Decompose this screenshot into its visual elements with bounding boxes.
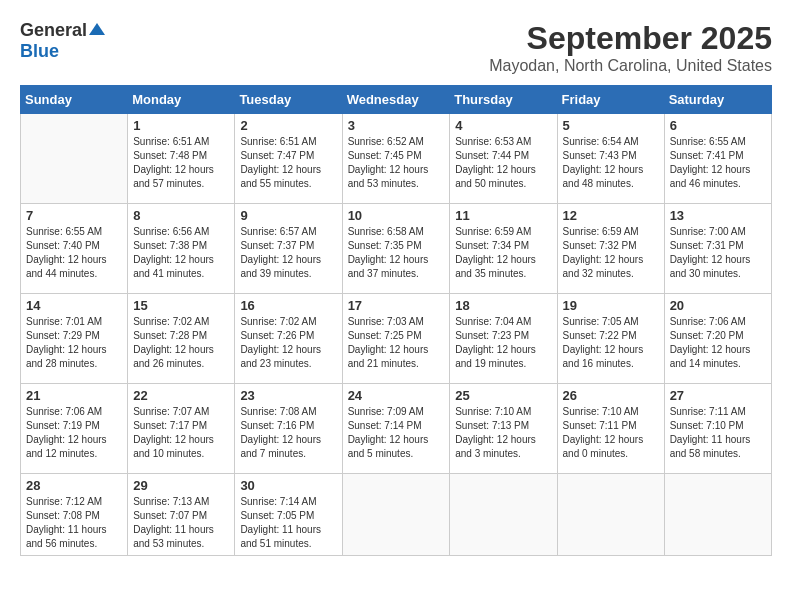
day-number: 20 bbox=[670, 298, 766, 313]
cell-line: and 12 minutes. bbox=[26, 447, 122, 461]
cell-line: Sunrise: 7:07 AM bbox=[133, 405, 229, 419]
cell-line: Daylight: 12 hours bbox=[670, 343, 766, 357]
cell-line: and 21 minutes. bbox=[348, 357, 445, 371]
cell-line: Sunrise: 7:10 AM bbox=[455, 405, 551, 419]
cell-line: Daylight: 12 hours bbox=[670, 163, 766, 177]
cell-line: Sunset: 7:35 PM bbox=[348, 239, 445, 253]
cell-line: Sunset: 7:34 PM bbox=[455, 239, 551, 253]
day-number: 3 bbox=[348, 118, 445, 133]
day-number: 11 bbox=[455, 208, 551, 223]
cell-line: Daylight: 12 hours bbox=[26, 433, 122, 447]
cell-content: Sunrise: 7:09 AMSunset: 7:14 PMDaylight:… bbox=[348, 405, 445, 461]
cell-line: Sunset: 7:13 PM bbox=[455, 419, 551, 433]
cell-line: and 51 minutes. bbox=[240, 537, 336, 551]
cell-line: and 48 minutes. bbox=[563, 177, 659, 191]
cell-line: Sunrise: 6:56 AM bbox=[133, 225, 229, 239]
day-number: 7 bbox=[26, 208, 122, 223]
calendar-cell: 18Sunrise: 7:04 AMSunset: 7:23 PMDayligh… bbox=[450, 294, 557, 384]
calendar-cell: 7Sunrise: 6:55 AMSunset: 7:40 PMDaylight… bbox=[21, 204, 128, 294]
cell-content: Sunrise: 7:11 AMSunset: 7:10 PMDaylight:… bbox=[670, 405, 766, 461]
title-area: September 2025 Mayodan, North Carolina, … bbox=[489, 20, 772, 75]
cell-line: Sunrise: 7:09 AM bbox=[348, 405, 445, 419]
cell-line: and 35 minutes. bbox=[455, 267, 551, 281]
cell-line: and 37 minutes. bbox=[348, 267, 445, 281]
day-number: 24 bbox=[348, 388, 445, 403]
svg-marker-0 bbox=[89, 23, 105, 35]
cell-content: Sunrise: 6:57 AMSunset: 7:37 PMDaylight:… bbox=[240, 225, 336, 281]
cell-line: Daylight: 12 hours bbox=[563, 163, 659, 177]
calendar-cell: 23Sunrise: 7:08 AMSunset: 7:16 PMDayligh… bbox=[235, 384, 342, 474]
cell-line: Sunset: 7:14 PM bbox=[348, 419, 445, 433]
day-number: 15 bbox=[133, 298, 229, 313]
cell-line: Sunset: 7:32 PM bbox=[563, 239, 659, 253]
calendar-cell bbox=[557, 474, 664, 556]
day-number: 23 bbox=[240, 388, 336, 403]
calendar-cell: 2Sunrise: 6:51 AMSunset: 7:47 PMDaylight… bbox=[235, 114, 342, 204]
cell-line: Sunrise: 6:51 AM bbox=[240, 135, 336, 149]
cell-line: and 26 minutes. bbox=[133, 357, 229, 371]
page-header: General Blue September 2025 Mayodan, Nor… bbox=[20, 20, 772, 75]
cell-line: and 46 minutes. bbox=[670, 177, 766, 191]
calendar-header-thursday: Thursday bbox=[450, 86, 557, 114]
cell-line: and 56 minutes. bbox=[26, 537, 122, 551]
logo-blue-text: Blue bbox=[20, 41, 59, 61]
cell-line: Daylight: 12 hours bbox=[133, 163, 229, 177]
calendar-table: SundayMondayTuesdayWednesdayThursdayFrid… bbox=[20, 85, 772, 556]
cell-line: Sunrise: 7:08 AM bbox=[240, 405, 336, 419]
cell-line: Daylight: 12 hours bbox=[563, 433, 659, 447]
cell-line: Sunrise: 6:59 AM bbox=[563, 225, 659, 239]
cell-line: and 30 minutes. bbox=[670, 267, 766, 281]
cell-line: Sunset: 7:05 PM bbox=[240, 509, 336, 523]
cell-line: Sunrise: 7:11 AM bbox=[670, 405, 766, 419]
cell-line: Daylight: 12 hours bbox=[240, 253, 336, 267]
calendar-header-tuesday: Tuesday bbox=[235, 86, 342, 114]
cell-line: Sunset: 7:20 PM bbox=[670, 329, 766, 343]
cell-line: and 57 minutes. bbox=[133, 177, 229, 191]
calendar-header-wednesday: Wednesday bbox=[342, 86, 450, 114]
day-number: 30 bbox=[240, 478, 336, 493]
calendar-cell: 17Sunrise: 7:03 AMSunset: 7:25 PMDayligh… bbox=[342, 294, 450, 384]
cell-line: Daylight: 11 hours bbox=[670, 433, 766, 447]
cell-line: Daylight: 12 hours bbox=[133, 343, 229, 357]
day-number: 28 bbox=[26, 478, 122, 493]
cell-line: Sunrise: 7:01 AM bbox=[26, 315, 122, 329]
cell-content: Sunrise: 7:03 AMSunset: 7:25 PMDaylight:… bbox=[348, 315, 445, 371]
calendar-week-row: 21Sunrise: 7:06 AMSunset: 7:19 PMDayligh… bbox=[21, 384, 772, 474]
calendar-cell: 3Sunrise: 6:52 AMSunset: 7:45 PMDaylight… bbox=[342, 114, 450, 204]
calendar-cell: 22Sunrise: 7:07 AMSunset: 7:17 PMDayligh… bbox=[128, 384, 235, 474]
cell-content: Sunrise: 7:06 AMSunset: 7:20 PMDaylight:… bbox=[670, 315, 766, 371]
calendar-header-sunday: Sunday bbox=[21, 86, 128, 114]
cell-line: Daylight: 12 hours bbox=[455, 433, 551, 447]
cell-line: Sunset: 7:28 PM bbox=[133, 329, 229, 343]
cell-content: Sunrise: 6:51 AMSunset: 7:48 PMDaylight:… bbox=[133, 135, 229, 191]
cell-content: Sunrise: 7:00 AMSunset: 7:31 PMDaylight:… bbox=[670, 225, 766, 281]
day-number: 4 bbox=[455, 118, 551, 133]
cell-content: Sunrise: 6:56 AMSunset: 7:38 PMDaylight:… bbox=[133, 225, 229, 281]
cell-content: Sunrise: 7:10 AMSunset: 7:13 PMDaylight:… bbox=[455, 405, 551, 461]
calendar-week-row: 1Sunrise: 6:51 AMSunset: 7:48 PMDaylight… bbox=[21, 114, 772, 204]
cell-line: Sunset: 7:44 PM bbox=[455, 149, 551, 163]
cell-line: Sunset: 7:07 PM bbox=[133, 509, 229, 523]
cell-line: Sunset: 7:25 PM bbox=[348, 329, 445, 343]
cell-content: Sunrise: 7:08 AMSunset: 7:16 PMDaylight:… bbox=[240, 405, 336, 461]
cell-content: Sunrise: 7:05 AMSunset: 7:22 PMDaylight:… bbox=[563, 315, 659, 371]
cell-line: and 50 minutes. bbox=[455, 177, 551, 191]
calendar-cell: 5Sunrise: 6:54 AMSunset: 7:43 PMDaylight… bbox=[557, 114, 664, 204]
cell-line: and 5 minutes. bbox=[348, 447, 445, 461]
cell-line: Sunset: 7:10 PM bbox=[670, 419, 766, 433]
cell-line: and 16 minutes. bbox=[563, 357, 659, 371]
calendar-cell: 27Sunrise: 7:11 AMSunset: 7:10 PMDayligh… bbox=[664, 384, 771, 474]
day-number: 29 bbox=[133, 478, 229, 493]
calendar-cell: 8Sunrise: 6:56 AMSunset: 7:38 PMDaylight… bbox=[128, 204, 235, 294]
calendar-cell: 4Sunrise: 6:53 AMSunset: 7:44 PMDaylight… bbox=[450, 114, 557, 204]
logo-icon bbox=[88, 21, 106, 39]
cell-line: Sunset: 7:19 PM bbox=[26, 419, 122, 433]
cell-line: Daylight: 12 hours bbox=[133, 433, 229, 447]
cell-line: Sunrise: 7:04 AM bbox=[455, 315, 551, 329]
day-number: 27 bbox=[670, 388, 766, 403]
cell-line: Daylight: 12 hours bbox=[133, 253, 229, 267]
cell-line: Daylight: 11 hours bbox=[133, 523, 229, 537]
cell-line: and 7 minutes. bbox=[240, 447, 336, 461]
cell-line: Sunset: 7:45 PM bbox=[348, 149, 445, 163]
cell-line: and 58 minutes. bbox=[670, 447, 766, 461]
